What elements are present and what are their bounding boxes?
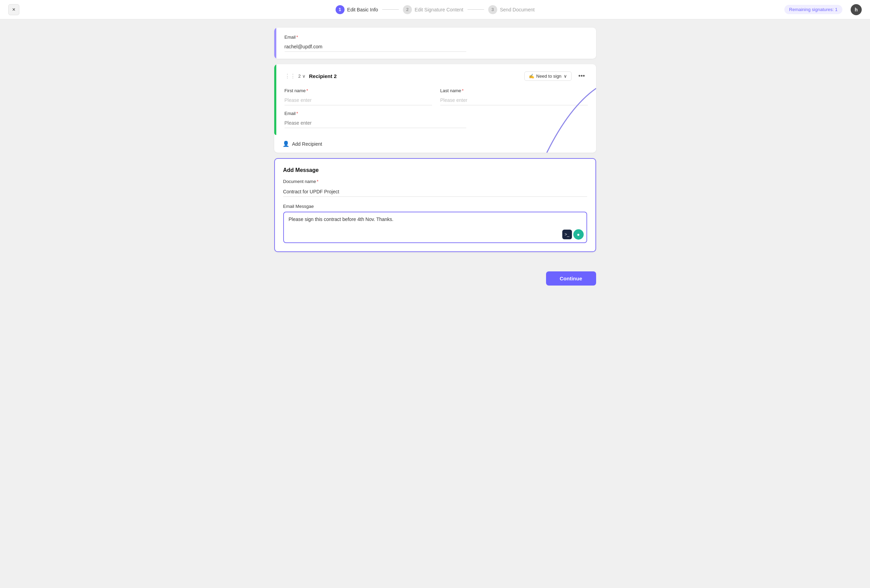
required-star-lastname: *: [462, 88, 463, 93]
need-to-sign-button[interactable]: ✍ Need to sign ∨: [524, 71, 572, 81]
required-star-firstname: *: [306, 88, 308, 93]
first-name-field: First name*: [285, 88, 432, 105]
required-star-1: *: [296, 34, 298, 40]
email-message-wrapper: Please sign this contract before 4th Nov…: [283, 211, 587, 243]
code-icon: >_: [565, 232, 569, 237]
step-3-circle: 3: [488, 5, 497, 14]
step-2: 2 Edit Signature Content: [403, 5, 463, 14]
stepper: 1 Edit Basic Info 2 Edit Signature Conte…: [335, 5, 535, 14]
code-icon-button[interactable]: >_: [562, 229, 572, 239]
recipient-number-badge[interactable]: 2 ∨: [298, 73, 305, 79]
add-recipient-row[interactable]: 👤 Add Recipient: [274, 135, 596, 153]
main-content: Email* ⋮⋮ 2 ∨ Recipient 2 ✍: [266, 19, 605, 271]
last-name-input[interactable]: [440, 95, 588, 105]
header: × 1 Edit Basic Info 2 Edit Signature Con…: [0, 0, 870, 19]
more-options-button[interactable]: •••: [576, 71, 588, 81]
step-3-label: Send Document: [500, 7, 534, 12]
email-label-1: Email*: [285, 34, 588, 40]
doc-name-input[interactable]: [283, 187, 587, 197]
recipient-2-header: ⋮⋮ 2 ∨ Recipient 2 ✍ Need to sign ∨ •••: [285, 71, 588, 81]
recipient-1-card: Email*: [274, 28, 596, 59]
last-name-label: Last name*: [440, 88, 588, 93]
step-2-circle: 2: [403, 5, 412, 14]
email-input-1[interactable]: [285, 42, 466, 52]
recipient-1-content: Email*: [276, 28, 596, 59]
continue-button[interactable]: Continue: [546, 271, 596, 286]
recipient-2-content: ⋮⋮ 2 ∨ Recipient 2 ✍ Need to sign ∨ •••: [276, 64, 596, 135]
need-to-sign-chevron-icon: ∨: [564, 73, 567, 79]
ai-icon-button[interactable]: ●: [573, 229, 584, 240]
required-star-docname: *: [317, 179, 319, 184]
need-to-sign-icon: ✍: [529, 73, 534, 79]
recipient-number: 2: [298, 73, 301, 79]
add-message-card: Add Message Document name* Email Messgae…: [274, 158, 596, 252]
required-star-email2: *: [296, 111, 298, 116]
recipient-1-email-field: Email*: [285, 34, 588, 52]
step-1-label: Edit Basic Info: [347, 7, 378, 12]
recipient-2-title: Recipient 2: [309, 73, 524, 79]
recipient-1-card-inner: Email*: [274, 28, 596, 59]
recipient-2-card-inner: ⋮⋮ 2 ∨ Recipient 2 ✍ Need to sign ∨ •••: [274, 64, 596, 135]
recipient-2-card: ⋮⋮ 2 ∨ Recipient 2 ✍ Need to sign ∨ •••: [274, 64, 596, 153]
footer: Continue: [266, 271, 605, 296]
add-message-title: Add Message: [283, 167, 587, 173]
step-2-label: Edit Signature Content: [415, 7, 463, 12]
email-message-label: Email Messgae: [283, 204, 587, 209]
textarea-icons: >_ ●: [562, 229, 584, 240]
step-1-circle: 1: [335, 5, 344, 14]
doc-name-label: Document name*: [283, 179, 587, 184]
ai-icon: ●: [577, 232, 580, 237]
last-name-field: Last name*: [440, 88, 588, 105]
recipient-number-chevron: ∨: [302, 73, 305, 79]
email-input-2[interactable]: [285, 118, 466, 128]
remaining-signatures-badge: Remaining signatures: 1: [784, 5, 842, 14]
step-divider-2: [467, 9, 484, 10]
step-1: 1 Edit Basic Info: [335, 5, 378, 14]
first-name-input[interactable]: [285, 95, 432, 105]
step-3: 3 Send Document: [488, 5, 534, 14]
email-message-textarea[interactable]: Please sign this contract before 4th Nov…: [289, 216, 582, 237]
first-name-label: First name*: [285, 88, 432, 93]
drag-handle-icon: ⋮⋮: [285, 73, 296, 79]
add-recipient-icon: 👤: [283, 140, 289, 147]
avatar: h: [851, 4, 862, 15]
add-recipient-label: Add Recipient: [292, 141, 322, 147]
step-divider-1: [382, 9, 399, 10]
close-button[interactable]: ×: [8, 4, 19, 15]
name-row: First name* Last name*: [285, 88, 588, 105]
recipient-2-email-field: Email*: [285, 111, 588, 128]
email-label-2: Email*: [285, 111, 588, 116]
need-to-sign-label: Need to sign: [536, 73, 562, 79]
